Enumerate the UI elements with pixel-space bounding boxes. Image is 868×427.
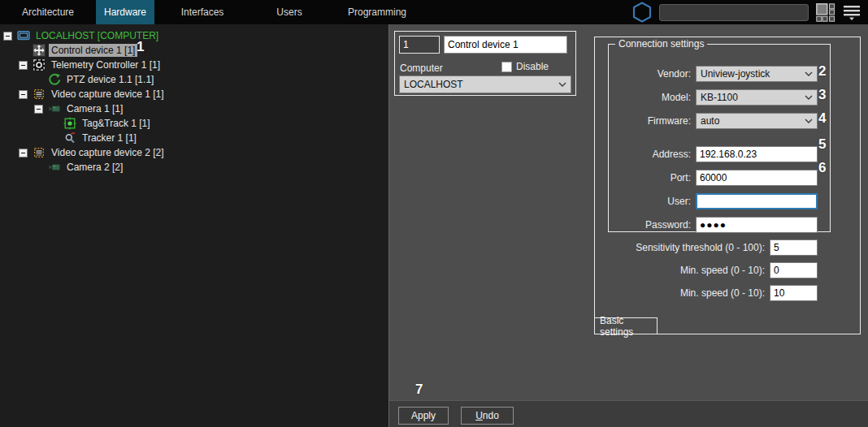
tree-item-label: Camera 2 [2] bbox=[64, 161, 125, 174]
collapse-expander-icon[interactable] bbox=[19, 149, 28, 157]
tree-item-video-capture-device-2-2[interactable]: Video capture device 2 [2] bbox=[0, 145, 388, 160]
monitor-icon bbox=[17, 29, 30, 42]
collapse-expander-icon[interactable] bbox=[19, 61, 28, 70]
firmware-select-value: auto bbox=[701, 115, 719, 127]
annotation-6: 6 bbox=[818, 160, 826, 176]
tree-item-tracker-1-1[interactable]: Tracker 1 [1] bbox=[0, 131, 388, 145]
move-icon bbox=[33, 44, 46, 57]
chevron-down-icon bbox=[805, 119, 813, 123]
tab-basic-settings[interactable]: Basic settings bbox=[594, 317, 658, 334]
top-nav-bar: Architecture Hardware Interfaces Users P… bbox=[0, 0, 868, 24]
tree-item-label: Camera 1 [1] bbox=[64, 102, 125, 115]
sensitivity-threshold-label: Sensitivity threshold (0 - 100): bbox=[636, 242, 765, 253]
search-input[interactable] bbox=[659, 4, 809, 21]
device-identity-box: Computer Disable LOCALHOST bbox=[394, 31, 576, 96]
annotation-1: 1 bbox=[137, 39, 144, 55]
collapse-expander-icon[interactable] bbox=[19, 90, 28, 99]
address-field[interactable] bbox=[696, 146, 818, 162]
collapse-expander-icon[interactable] bbox=[34, 105, 43, 114]
vendor-select[interactable]: Uniview-joystick bbox=[696, 66, 818, 82]
min-speed-2-field[interactable] bbox=[770, 285, 818, 301]
model-label: Model: bbox=[662, 92, 691, 103]
user-label: User: bbox=[667, 196, 691, 207]
chevron-down-icon bbox=[558, 82, 566, 87]
chevron-down-icon bbox=[805, 71, 813, 76]
capture-icon bbox=[33, 88, 46, 101]
sensitivity-threshold-field[interactable] bbox=[770, 239, 818, 256]
collapse-expander-icon[interactable] bbox=[3, 32, 12, 41]
model-select[interactable]: KB-1100 bbox=[696, 89, 818, 106]
tree-item-control-device-1-1[interactable]: Control device 1 [1] bbox=[0, 43, 388, 58]
tab-interfaces[interactable]: Interfaces bbox=[154, 0, 250, 24]
tree-item-telemetry-controller-1-1[interactable]: Telemetry Controller 1 [1] bbox=[0, 58, 388, 72]
device-tree: LOCALHOST [COMPUTER]Control device 1 [1]… bbox=[0, 24, 388, 427]
undo-button[interactable]: Undo bbox=[461, 407, 514, 425]
min-speed-2-label: Min. speed (0 - 10): bbox=[680, 287, 765, 299]
tree-item-label: Control device 1 [1] bbox=[49, 44, 137, 57]
firmware-select[interactable]: auto bbox=[696, 113, 818, 129]
min-speed-1-field[interactable] bbox=[770, 262, 818, 278]
connection-settings-legend: Connection settings bbox=[615, 38, 707, 50]
tab-users[interactable]: Users bbox=[250, 0, 328, 24]
disable-checkbox[interactable] bbox=[501, 62, 512, 72]
settings-panel: Computer Disable LOCALHOST Connection se… bbox=[388, 24, 868, 427]
device-id-field[interactable] bbox=[399, 36, 440, 54]
computer-select-value: LOCALHOST bbox=[404, 79, 463, 90]
annotation-7: 7 bbox=[415, 382, 423, 398]
connection-settings-group: Connection settings Vendor: Uniview-joys… bbox=[608, 44, 831, 232]
annotation-2: 2 bbox=[818, 63, 826, 80]
tree-item-label: Telemetry Controller 1 [1] bbox=[49, 58, 163, 71]
tab-architecture[interactable]: Architecture bbox=[0, 0, 96, 24]
camera-icon bbox=[48, 102, 61, 115]
aperture-icon bbox=[33, 58, 46, 71]
tree-item-label: Video capture device 1 [1] bbox=[49, 88, 167, 101]
tree-item-tag-track-1-1[interactable]: Tag&Track 1 [1] bbox=[0, 116, 388, 131]
apply-button[interactable]: Apply bbox=[398, 407, 449, 425]
tree-item-ptz-device-1-1-1-1[interactable]: PTZ device 1.1 [1.1] bbox=[0, 72, 388, 87]
capture-icon bbox=[33, 146, 46, 159]
tree-item-label: Tag&Track 1 [1] bbox=[80, 117, 153, 130]
annotation-3: 3 bbox=[818, 87, 826, 103]
tree-item-label: Tracker 1 [1] bbox=[80, 132, 139, 144]
action-bar: Apply Undo bbox=[389, 400, 868, 427]
tracker-icon bbox=[63, 132, 76, 144]
hamburger-menu-icon[interactable] bbox=[843, 4, 861, 21]
vendor-label: Vendor: bbox=[658, 68, 691, 80]
firmware-label: Firmware: bbox=[648, 115, 691, 127]
disable-label: Disable bbox=[516, 61, 549, 72]
tree-item-camera-1-1[interactable]: Camera 1 [1] bbox=[0, 101, 388, 116]
min-speed-1-label: Min. speed (0 - 10): bbox=[680, 265, 765, 276]
tree-item-label: PTZ device 1.1 [1.1] bbox=[64, 73, 156, 86]
tab-hardware[interactable]: Hardware bbox=[96, 0, 154, 24]
tree-item-label: Video capture device 2 [2] bbox=[49, 146, 167, 159]
port-field[interactable] bbox=[696, 170, 818, 186]
computer-label: Computer bbox=[400, 63, 443, 74]
tree-item-localhost-computer[interactable]: LOCALHOST [COMPUTER] bbox=[0, 28, 388, 43]
layout-grid-icon[interactable] bbox=[816, 3, 835, 22]
ptz-icon bbox=[48, 73, 61, 86]
chevron-down-icon bbox=[805, 95, 813, 100]
hexagon-logo-icon bbox=[632, 2, 652, 23]
connection-outer-panel: Connection settings Vendor: Uniview-joys… bbox=[594, 37, 861, 334]
tab-programming[interactable]: Programming bbox=[328, 0, 426, 24]
vendor-select-value: Uniview-joystick bbox=[701, 68, 770, 80]
tree-item-camera-2-2[interactable]: Camera 2 [2] bbox=[0, 160, 388, 175]
tagtrack-icon bbox=[63, 117, 76, 130]
address-label: Address: bbox=[653, 149, 691, 160]
annotation-4: 4 bbox=[818, 110, 826, 127]
port-label: Port: bbox=[671, 172, 691, 183]
model-select-value: KB-1100 bbox=[701, 92, 738, 103]
user-field[interactable] bbox=[696, 193, 818, 209]
password-field[interactable] bbox=[696, 217, 818, 233]
password-label: Password: bbox=[645, 219, 691, 231]
device-name-field[interactable] bbox=[444, 36, 567, 54]
computer-select[interactable]: LOCALHOST bbox=[399, 75, 571, 93]
tree-item-video-capture-device-1-1[interactable]: Video capture device 1 [1] bbox=[0, 87, 388, 101]
annotation-5: 5 bbox=[818, 136, 826, 153]
camera-icon bbox=[48, 161, 61, 174]
